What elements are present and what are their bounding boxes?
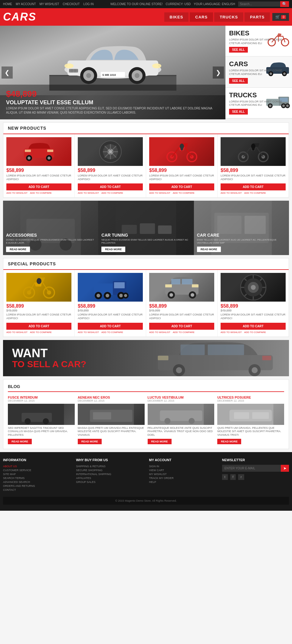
newsletter-form: ➤ bbox=[222, 465, 289, 472]
top-search[interactable]: 🔍 bbox=[238, 1, 289, 7]
special-product-2-links: ADD TO WISHLIST ADD TO COMPARE bbox=[78, 331, 143, 334]
car-care-read-more[interactable]: READ MORE bbox=[197, 247, 221, 252]
top-search-input[interactable] bbox=[238, 2, 280, 7]
footer-contact[interactable]: CONTACT bbox=[3, 488, 70, 491]
footer-search-terms[interactable]: SEARCH TERMS bbox=[3, 477, 70, 480]
new-product-3: $58,899 LOREM IPSUM DOLOR SIT AMET CONSE… bbox=[146, 134, 218, 197]
special-product-4-add-to-cart[interactable]: ADD TO CART bbox=[221, 323, 286, 330]
footer-advanced-search[interactable]: ADVANCED SEARCH bbox=[3, 481, 70, 484]
special-product-4-compare[interactable]: ADD TO COMPARE bbox=[244, 331, 266, 334]
new-product-3-add-to-cart[interactable]: ADD TO CART bbox=[149, 183, 214, 190]
new-product-1-links: ADD TO WISHLIST ADD TO COMPARE bbox=[6, 192, 71, 194]
nav-home[interactable]: HOME bbox=[3, 2, 12, 6]
car-tuning-read-more[interactable]: READ MORE bbox=[101, 247, 125, 252]
footer-site-map[interactable]: SITE MAP bbox=[3, 473, 70, 476]
footer-my-wishlist[interactable]: MY WISHLIST bbox=[149, 473, 216, 476]
blog-post-4-read-more[interactable]: READ MORE bbox=[217, 439, 241, 444]
social-rss[interactable]: r bbox=[238, 474, 244, 480]
special-product-2-desc: LOREM IPSUM DOLOR SIT AMET CONSE CTETUR … bbox=[78, 313, 143, 320]
nav-trucks[interactable]: TRUCKS bbox=[214, 12, 243, 22]
car-care-banner[interactable]: CAR CARE ENIM TELLUS SED LAOREET AUG UE … bbox=[194, 201, 289, 255]
car-care-desc: ENIM TELLUS SED LAOREET AUG UE LAOREET A… bbox=[197, 238, 286, 245]
new-product-4-add-to-cart[interactable]: ADD TO CART bbox=[221, 183, 286, 190]
accessories-read-more[interactable]: READ MORE bbox=[6, 247, 30, 252]
new-product-1-wishlist[interactable]: ADD TO WISHLIST bbox=[6, 192, 28, 194]
hero-next-button[interactable]: ❯ bbox=[213, 66, 224, 79]
new-product-4-compare[interactable]: ADD TO COMPARE bbox=[244, 192, 266, 194]
new-product-4-links: ADD TO WISHLIST ADD TO COMPARE bbox=[221, 192, 286, 194]
social-twitter[interactable]: t bbox=[222, 474, 228, 480]
accessories-banner[interactable]: ACCESSORIES DONEC ID EUISMOD NEQUE. PRIE… bbox=[3, 201, 98, 255]
car-tuning-desc: NEQUE PRIEN EUISMOD ENIM TELLUS SED LAOR… bbox=[101, 238, 190, 245]
social-facebook[interactable]: f bbox=[230, 474, 236, 480]
footer-international-shipping[interactable]: INTERNATIONAL SHIPPING bbox=[76, 473, 143, 476]
svg-point-39 bbox=[48, 157, 51, 160]
hero-section: S MB 1010 $48,899 VOLUPTATE VELIT ESSE C… bbox=[0, 26, 292, 119]
new-product-2-compare[interactable]: ADD TO COMPARE bbox=[101, 192, 123, 194]
footer-track-order[interactable]: TRACK MY ORDER bbox=[149, 477, 216, 480]
special-product-2-wishlist[interactable]: ADD TO WISHLIST bbox=[78, 331, 99, 334]
footer-group-sales[interactable]: GROUP SALES bbox=[76, 481, 143, 484]
new-product-3-compare[interactable]: ADD TO COMPARE bbox=[173, 192, 195, 194]
special-product-3: $58,899 $49,999 LOREM IPSUM DOLOR SIT AM… bbox=[146, 270, 218, 336]
special-product-4-links: ADD TO WISHLIST ADD TO COMPARE bbox=[221, 331, 286, 334]
sidebar-cat-trucks: TRUCKS LOREM IPSUM DOLOR SIT AMET CONSE … bbox=[225, 88, 292, 118]
special-product-2-compare[interactable]: ADD TO COMPARE bbox=[101, 331, 123, 334]
cart-button[interactable]: 🛒 0 bbox=[272, 13, 289, 21]
footer-help[interactable]: HELP bbox=[149, 481, 216, 484]
special-product-3-wishlist[interactable]: ADD TO WISHLIST bbox=[149, 331, 170, 334]
footer-shipping[interactable]: SHIPPING & RETURNS bbox=[76, 465, 143, 468]
new-product-4-wishlist[interactable]: ADD TO WISHLIST bbox=[221, 192, 242, 194]
new-products-section: NEW PRODUCTS $58,899 LOREM IPSUM DOLOR S… bbox=[3, 122, 289, 198]
blog-post-3-read-more[interactable]: READ MORE bbox=[148, 439, 172, 444]
new-product-3-wishlist[interactable]: ADD TO WISHLIST bbox=[149, 192, 170, 194]
special-product-3-add-to-cart[interactable]: ADD TO CART bbox=[149, 323, 214, 330]
blog-post-2-read-more[interactable]: READ MORE bbox=[78, 439, 102, 444]
blog-post-1-title: FUSCE INTERDUM bbox=[8, 396, 75, 399]
new-products-header: NEW PRODUCTS bbox=[3, 123, 289, 134]
special-product-2-add-to-cart[interactable]: ADD TO CART bbox=[78, 323, 143, 330]
top-search-button[interactable]: 🔍 bbox=[280, 1, 289, 7]
sidebar-cat-cars-btn[interactable]: SEE ALL bbox=[229, 78, 248, 84]
nav-bikes[interactable]: BIKES bbox=[164, 12, 189, 22]
footer-view-cart[interactable]: VIEW CART bbox=[149, 469, 216, 472]
cart-count: 0 bbox=[281, 15, 286, 19]
special-product-1-add-to-cart[interactable]: ADD TO CART bbox=[6, 323, 71, 330]
new-product-2-wishlist[interactable]: ADD TO WISHLIST bbox=[78, 192, 99, 194]
nav-login[interactable]: LOG IN bbox=[83, 2, 94, 6]
special-product-1-compare[interactable]: ADD TO COMPARE bbox=[30, 331, 52, 334]
hero-main: S MB 1010 $48,899 VOLUPTATE VELIT ESSE C… bbox=[0, 26, 225, 119]
nav-checkout[interactable]: CHECKOUT bbox=[63, 2, 80, 6]
footer-about-us[interactable]: ABOUT US bbox=[3, 465, 70, 468]
svg-rect-115 bbox=[208, 345, 244, 355]
nav-cars[interactable]: CARS bbox=[190, 12, 213, 22]
svg-rect-99 bbox=[165, 284, 172, 287]
svg-point-98 bbox=[191, 293, 194, 297]
nav-parts[interactable]: PARTS bbox=[244, 12, 270, 22]
footer-secure-shopping[interactable]: SECURE SHOPPING bbox=[76, 469, 143, 472]
nav-wishlist[interactable]: MY WISHLIST bbox=[40, 2, 59, 6]
sell-banner[interactable]: WANT TO SELL A CAR? bbox=[3, 340, 289, 376]
special-product-4-wishlist[interactable]: ADD TO WISHLIST bbox=[221, 331, 242, 334]
new-product-2-add-to-cart[interactable]: ADD TO CART bbox=[78, 183, 143, 190]
footer-customer-service[interactable]: CUSTOMER SERVICE bbox=[3, 469, 70, 472]
nav-account[interactable]: MY ACCOUNT bbox=[16, 2, 36, 6]
hero-prev-button[interactable]: ❮ bbox=[2, 66, 13, 79]
footer-orders-returns[interactable]: ORDERS AND RETURNS bbox=[3, 484, 70, 487]
new-product-1-add-to-cart[interactable]: ADD TO CART bbox=[6, 183, 71, 190]
footer-affiliates[interactable]: AFFILIATES bbox=[76, 477, 143, 480]
blog-post-1-read-more[interactable]: READ MORE bbox=[8, 439, 32, 444]
newsletter-input[interactable] bbox=[222, 465, 281, 472]
svg-point-9 bbox=[135, 73, 139, 78]
special-product-1-wishlist[interactable]: ADD TO WISHLIST bbox=[6, 331, 28, 334]
car-tuning-banner[interactable]: CAR TUNING NEQUE PRIEN EUISMOD ENIM TELL… bbox=[98, 201, 194, 255]
sidebar-cat-bikes-btn[interactable]: SEE ALL bbox=[229, 47, 248, 53]
newsletter-submit[interactable]: ➤ bbox=[281, 465, 289, 472]
hero-desc: LOREM IPSUM DOLOR SIT AMET CONSE CTETUR … bbox=[6, 106, 219, 115]
sidebar-cat-trucks-btn[interactable]: SEE ALL bbox=[229, 109, 248, 115]
footer-sign-in[interactable]: SIGN IN bbox=[149, 465, 216, 468]
special-product-3-compare[interactable]: ADD TO COMPARE bbox=[173, 331, 195, 334]
svg-point-80 bbox=[37, 278, 41, 284]
new-product-1-compare[interactable]: ADD TO COMPARE bbox=[30, 192, 52, 194]
blog-post-2-title: AENEAN NEC EROS bbox=[78, 396, 145, 399]
